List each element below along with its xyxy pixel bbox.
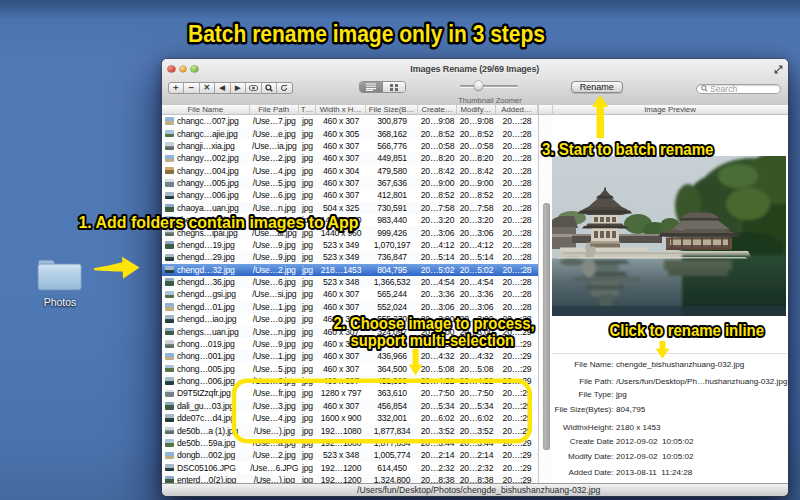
svg-text:Batch rename image only in 3 s: Batch rename image only in 3 steps (188, 21, 545, 47)
